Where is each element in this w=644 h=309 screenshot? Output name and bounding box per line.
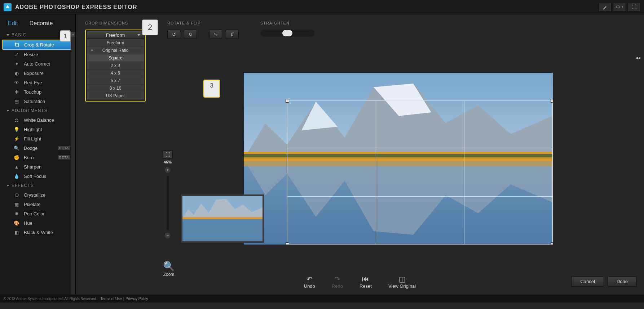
collapse-panel-button[interactable]: ◂◂ [635, 55, 640, 61]
resize-icon: ⤢ [14, 52, 19, 57]
svg-rect-7 [182, 217, 263, 219]
compare-icon: ◫ [388, 275, 416, 283]
zoom-in-button[interactable]: + [165, 167, 171, 173]
undo-button[interactable]: ↶Undo [304, 275, 315, 289]
flip-horizontal-button[interactable]: ⇋ [209, 30, 222, 39]
popcolor-icon: ✺ [14, 211, 19, 216]
crop-dropdown-button[interactable]: Freeform [87, 31, 144, 39]
tool-saturation[interactable]: ▤Saturation [0, 97, 75, 106]
group-adjustments-header[interactable]: ADJUSTMENTS [0, 106, 75, 115]
tool-burn[interactable]: ✊BurnBETA [0, 153, 75, 162]
sharpen-icon: ▲ [14, 164, 19, 170]
tool-soft-focus[interactable]: 💧Soft Focus [0, 171, 75, 181]
rotate-cw-button[interactable]: ↻ [184, 30, 197, 39]
crop-option-5x7[interactable]: 5 x 7 [87, 77, 144, 85]
crop-handle-br[interactable] [551, 242, 553, 245]
callout-2: 2 [142, 19, 158, 35]
crop-option-freeform[interactable]: Freeform [87, 39, 144, 47]
tab-edit[interactable]: Edit [8, 20, 18, 27]
fit-to-screen-button[interactable]: ⛶ [163, 151, 173, 158]
redo-icon: ↷ [332, 275, 343, 283]
flip-vertical-button[interactable]: ⇵ [226, 30, 239, 39]
dodge-icon: 🔍 [14, 145, 19, 151]
chevron-down-icon [6, 185, 9, 187]
cancel-button[interactable]: Cancel [571, 276, 604, 287]
straighten-slider[interactable] [260, 30, 314, 37]
tool-white-balance[interactable]: ⚖White Balance [0, 115, 75, 125]
flip-h-icon: ⇋ [214, 32, 218, 37]
header-settings-button[interactable]: ⚙ ▾ [613, 3, 626, 12]
tab-decorate[interactable]: Decorate [30, 20, 53, 27]
crop-icon [14, 42, 20, 48]
crop-option-original[interactable]: Original Ratio [87, 47, 144, 54]
slider-thumb[interactable] [282, 30, 292, 36]
tool-pop-color[interactable]: ✺Pop Color [0, 209, 75, 218]
bandage-icon: ✚ [14, 89, 19, 95]
flash-icon: ⚡ [14, 136, 19, 142]
magnifier-icon[interactable]: 🔍 [159, 261, 178, 272]
header-fullscreen-button[interactable]: ⛶ [627, 3, 640, 12]
rotate-ccw-button[interactable]: ↺ [167, 30, 180, 39]
group-effects-header[interactable]: EFFECTS [0, 181, 75, 190]
tool-sharpen[interactable]: ▲Sharpen [0, 162, 75, 171]
crop-option-square[interactable]: Square [87, 54, 144, 62]
crop-option-8x10[interactable]: 8 x 10 [87, 85, 144, 92]
reset-button[interactable]: ⏮Reset [360, 275, 372, 289]
chevron-down-icon [6, 110, 9, 112]
zoom-slider[interactable] [167, 176, 169, 230]
reset-icon: ⏮ [360, 275, 372, 283]
app-logo-icon [4, 3, 12, 11]
tool-black-white[interactable]: ◧Black & White [0, 228, 75, 237]
gear-icon: ⚙ [616, 4, 620, 10]
redo-button[interactable]: ↷Redo [332, 275, 343, 289]
tool-resize[interactable]: ⤢Resize [0, 50, 75, 59]
sidebar-scrollbar[interactable]: ▲ [71, 32, 75, 295]
blur-icon: 💧 [14, 173, 19, 179]
wand-icon: ✦ [14, 61, 19, 67]
fit-icon: ⛶ [166, 152, 170, 157]
crop-handle-tr[interactable] [551, 99, 553, 103]
tool-touchup[interactable]: ✚Touchup [0, 87, 75, 97]
rotate-ccw-icon: ↺ [172, 32, 176, 37]
tool-dodge[interactable]: 🔍DodgeBETA [0, 143, 75, 153]
tool-exposure[interactable]: ◐Exposure [0, 68, 75, 78]
straighten-label: STRAIGHTEN [260, 21, 314, 25]
fullscreen-icon: ⛶ [632, 4, 636, 10]
tool-fill-light[interactable]: ⚡Fill Light [0, 134, 75, 143]
image-canvas[interactable] [244, 73, 553, 245]
privacy-link[interactable]: Privacy Policy [125, 297, 148, 301]
crop-option-us-paper[interactable]: US Paper [87, 92, 144, 100]
zoom-out-button[interactable]: − [165, 233, 171, 238]
bulb-icon: 💡 [14, 126, 19, 132]
done-button[interactable]: Done [608, 276, 637, 287]
tool-highlight[interactable]: 💡Highlight [0, 125, 75, 134]
scroll-up-icon[interactable]: ▲ [71, 32, 75, 37]
burn-icon: ✊ [14, 154, 19, 160]
crop-handle-tl[interactable] [286, 99, 289, 103]
pixelate-icon: ▦ [14, 201, 19, 207]
crop-selection[interactable] [287, 100, 553, 245]
crop-handle-bl[interactable] [286, 242, 289, 245]
callout-3: 3 [203, 80, 220, 98]
navigator-thumbnail[interactable] [181, 194, 264, 243]
header-eyedropper-button[interactable] [599, 3, 612, 12]
copyright: © 2013 Adobe Systems Incorporated. All R… [4, 297, 97, 301]
crystal-icon: ⬡ [14, 192, 19, 198]
app-title: ADOBE PHOTOSHOP EXPRESS EDITOR [15, 4, 137, 10]
history-actions: ↶Undo ↷Redo ⏮Reset ◫View Original [76, 275, 644, 289]
crop-option-2x3[interactable]: 2 x 3 [87, 62, 144, 70]
palette-icon: 🎨 [14, 220, 19, 226]
crop-option-4x6[interactable]: 4 x 6 [87, 70, 144, 77]
view-original-button[interactable]: ◫View Original [388, 275, 416, 289]
tool-red-eye[interactable]: 👁Red-Eye [0, 78, 75, 87]
terms-link[interactable]: Terms of Use [101, 297, 122, 301]
tool-auto-correct[interactable]: ✦Auto Correct [0, 59, 75, 68]
tool-pixelate[interactable]: ▦Pixelate [0, 200, 75, 209]
tool-crystallize[interactable]: ⬡Crystallize [0, 190, 75, 200]
tool-hue[interactable]: 🎨Hue [0, 218, 75, 228]
zoom-percent: 46% [162, 160, 174, 164]
bw-icon: ◧ [14, 229, 19, 235]
app-header: ADOBE PHOTOSHOP EXPRESS EDITOR ⚙ ▾ ⛶ [0, 0, 644, 14]
flip-v-icon: ⇵ [230, 32, 234, 37]
callout-1-overlay: 1 [60, 31, 71, 42]
